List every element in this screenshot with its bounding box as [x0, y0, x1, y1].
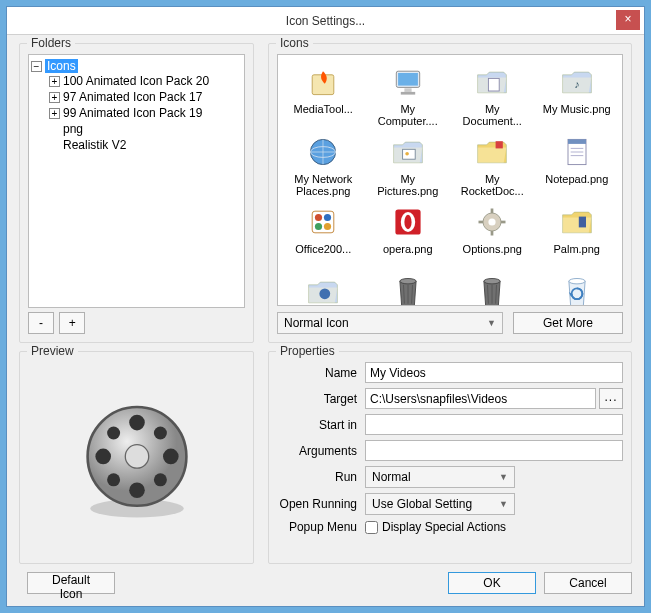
cancel-button[interactable]: Cancel [544, 572, 632, 594]
mynetwork-icon [304, 133, 342, 171]
mymusic-icon: ♪ [558, 63, 596, 101]
icon-item-mydocuments[interactable]: My Document... [451, 61, 534, 129]
svg-point-52 [153, 426, 166, 439]
default-icon-button[interactable]: Default Icon [27, 572, 115, 594]
window-title: Icon Settings... [286, 14, 365, 28]
expand-icon[interactable]: + [49, 92, 60, 103]
svg-point-51 [107, 426, 120, 439]
icon-item-mycomputer[interactable]: My Computer.... [367, 61, 450, 129]
icon-item-trash1[interactable] [367, 271, 450, 306]
svg-rect-2 [398, 73, 418, 86]
svg-point-54 [153, 473, 166, 486]
mediatool-icon [304, 63, 342, 101]
svg-rect-3 [404, 88, 411, 92]
trash1-icon [389, 273, 427, 306]
remove-folder-button[interactable]: - [28, 312, 54, 334]
icon-item-trash3[interactable] [536, 271, 619, 306]
name-input[interactable] [365, 362, 623, 383]
icon-item-mymusic[interactable]: ♪My Music.png [536, 61, 619, 129]
tree-item[interactable]: +100 Animated Icon Pack 20 [49, 73, 242, 89]
icon-item-mypictures[interactable]: My Pictures.png [367, 131, 450, 199]
expand-icon[interactable]: + [49, 76, 60, 87]
icon-item-options[interactable]: Options.png [451, 201, 534, 269]
icon-item-pc[interactable] [282, 271, 365, 306]
folders-label: Folders [27, 36, 75, 50]
tree-item[interactable]: +97 Animated Icon Pack 17 [49, 89, 242, 105]
svg-rect-13 [568, 139, 586, 144]
icon-item-palm[interactable]: Palm.png [536, 201, 619, 269]
preview-image [72, 394, 202, 524]
tree-root[interactable]: −Icons +100 Animated Icon Pack 20 +97 An… [31, 58, 242, 154]
run-combo[interactable]: Normal ▼ [365, 466, 515, 488]
icon-label: My Music.png [538, 103, 617, 127]
properties-group: Properties Name Target ... Start in Argu… [268, 351, 632, 564]
icon-item-opera[interactable]: opera.png [367, 201, 450, 269]
svg-point-49 [95, 448, 111, 464]
tree-label[interactable]: Icons [45, 59, 78, 73]
startin-label: Start in [277, 418, 365, 432]
svg-point-26 [489, 218, 496, 225]
special-actions-label: Display Special Actions [382, 520, 506, 534]
icon-item-notepad[interactable]: Notepad.png [536, 131, 619, 199]
icon-label: My RocketDoc... [453, 173, 532, 197]
icon-item-mediatool[interactable]: MediaTool... [282, 61, 365, 129]
icon-item-office[interactable]: Office200... [282, 201, 365, 269]
icon-size-combo[interactable]: Normal Icon ▼ [277, 312, 503, 334]
svg-rect-31 [579, 217, 586, 228]
svg-point-32 [320, 288, 331, 299]
tree-item[interactable]: +99 Animated Icon Pack 19 [49, 105, 242, 121]
close-button[interactable]: × [616, 10, 640, 30]
icon-label: Notepad.png [538, 173, 617, 197]
icon-item-rocketdock[interactable]: My RocketDoc... [451, 131, 534, 199]
svg-point-24 [404, 215, 411, 229]
svg-point-41 [569, 279, 585, 284]
rocketdock-icon [473, 133, 511, 171]
icon-label: MediaTool... [284, 103, 363, 127]
window: Icon Settings... × Folders −Icons +100 A… [6, 6, 645, 607]
folders-group: Folders −Icons +100 Animated Icon Pack 2… [19, 43, 254, 343]
icon-item-trash2[interactable] [451, 271, 534, 306]
arguments-input[interactable] [365, 440, 623, 461]
palm-icon [558, 203, 596, 241]
notepad-icon [558, 133, 596, 171]
expand-icon[interactable]: + [49, 108, 60, 119]
svg-point-19 [324, 214, 331, 221]
mycomputer-icon [389, 63, 427, 101]
mypictures-icon [389, 133, 427, 171]
startin-input[interactable] [365, 414, 623, 435]
icon-list[interactable]: MediaTool...My Computer....My Document..… [277, 54, 623, 306]
trash3-icon [558, 273, 596, 306]
chevron-down-icon: ▼ [499, 499, 508, 509]
footer: Default Icon OK Cancel [19, 572, 632, 594]
office-icon [304, 203, 342, 241]
combo-value: Normal Icon [284, 316, 349, 330]
open-running-combo[interactable]: Use Global Setting ▼ [365, 493, 515, 515]
run-label: Run [277, 470, 365, 484]
icon-label: My Pictures.png [369, 173, 448, 197]
tree-item[interactable]: Realistik V2 [49, 137, 242, 153]
trash2-icon [473, 273, 511, 306]
icon-label: opera.png [369, 243, 448, 267]
preview-label: Preview [27, 344, 78, 358]
svg-point-10 [405, 152, 409, 156]
collapse-icon[interactable]: − [31, 61, 42, 72]
ok-button[interactable]: OK [448, 572, 536, 594]
svg-point-21 [324, 223, 331, 230]
svg-point-20 [315, 223, 322, 230]
icons-group: Icons MediaTool...My Computer....My Docu… [268, 43, 632, 343]
icon-item-mynetwork[interactable]: My Network Places.png [282, 131, 365, 199]
add-folder-button[interactable]: + [59, 312, 85, 334]
icon-label: Office200... [284, 243, 363, 267]
folder-tree[interactable]: −Icons +100 Animated Icon Pack 20 +97 An… [28, 54, 245, 308]
chevron-down-icon: ▼ [487, 318, 496, 328]
special-actions-checkbox[interactable] [365, 521, 378, 534]
tree-item[interactable]: png [49, 121, 242, 137]
icon-label: My Computer.... [369, 103, 448, 127]
pc-icon [304, 273, 342, 306]
icon-label: Palm.png [538, 243, 617, 267]
target-input[interactable] [365, 388, 596, 409]
get-more-button[interactable]: Get More [513, 312, 623, 334]
svg-point-47 [129, 414, 145, 430]
svg-rect-17 [312, 211, 334, 233]
browse-button[interactable]: ... [599, 388, 623, 409]
